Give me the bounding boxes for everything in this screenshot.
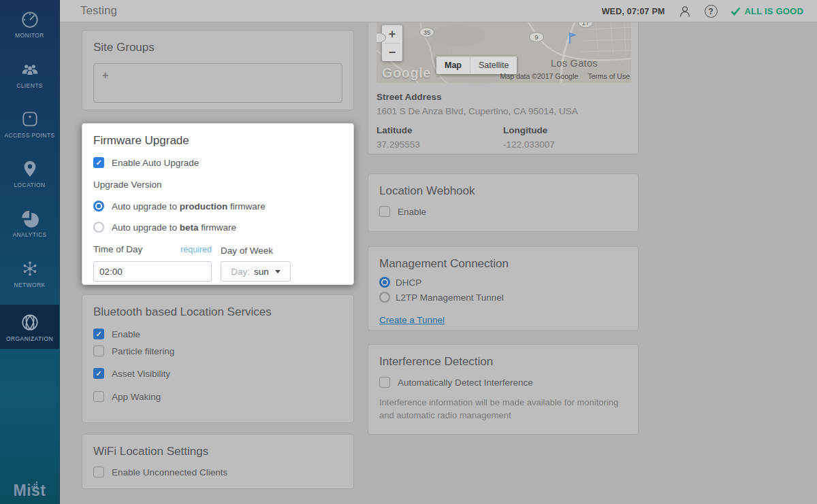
sidebar-item-network[interactable]: NETWORK (0, 258, 59, 288)
sidebar-item-organization[interactable]: ORGANIZATION (0, 305, 59, 349)
site-address-card: + − 35 9 17 Los Gatos Google Map Satelli… (368, 22, 639, 154)
interference-detection-card: Interference Detection Automatically Det… (368, 344, 639, 435)
user-account-icon[interactable] (678, 5, 692, 18)
webhook-enable-checkbox[interactable] (379, 206, 390, 217)
latlng-row: Latitude 37.295553 Longitude -122.033007 (377, 125, 630, 150)
sidebar-item-label: CLIENTS (16, 82, 43, 89)
site-groups-box[interactable]: + (93, 63, 342, 103)
sidebar-item-label: MONITOR (15, 32, 44, 39)
card-title: Bluetooth based Location Services (93, 305, 342, 319)
asset-visibility-row[interactable]: Asset Visibility (93, 368, 342, 379)
sidebar-item-label: ANALYTICS (12, 231, 46, 238)
sidebar-item-monitor[interactable]: MONITOR (0, 9, 59, 39)
topbar-right: WED, 07:07 PM ? ALL IS GOOD (602, 0, 803, 22)
ble-enable-row[interactable]: Enable (93, 329, 342, 339)
enable-auto-upgrade-checkbox[interactable] (93, 157, 104, 168)
monitor-icon (20, 9, 40, 29)
route-shield-9: 9 (529, 32, 544, 42)
route-shield-35: 35 (419, 27, 434, 37)
datetime-text: WED, 07:07 PM (602, 7, 665, 16)
help-icon[interactable]: ? (705, 5, 718, 18)
create-tunnel-link[interactable]: Create a Tunnel (379, 315, 445, 325)
zoom-out-button[interactable]: − (382, 44, 402, 61)
enable-auto-upgrade-row[interactable]: Enable Auto Upgrade (93, 157, 342, 168)
latitude-value: 37.295553 (377, 139, 503, 150)
upgrade-version-label: Upgrade Version (93, 180, 342, 190)
wifi-location-card: WiFi Location Settings Enable Unconnecte… (82, 434, 354, 489)
card-title: Site Groups (93, 41, 342, 54)
bluetooth-location-card: Bluetooth based Location Services Enable… (82, 295, 354, 423)
radio-label: L2TP Management Tunnel (396, 292, 504, 303)
help-question-glyph: ? (705, 5, 718, 18)
sidebar-item-label: ORGANIZATION (6, 335, 53, 342)
map-attribution: Map data ©2017 Google Terms of Use (500, 72, 630, 80)
interference-description: Interference information will be made av… (379, 397, 624, 422)
checkbox-label: Enable Auto Upgrade (112, 158, 199, 168)
particle-filtering-checkbox[interactable] (93, 346, 104, 356)
mist-logo: Mist (0, 482, 59, 500)
check-icon (731, 7, 741, 16)
detect-interference-row[interactable]: Automatically Detect Interference (379, 377, 627, 388)
app-waking-row[interactable]: App Waking (93, 391, 342, 402)
required-hint: required (180, 245, 212, 254)
checkbox-label: Enable (112, 329, 140, 339)
add-site-group-button[interactable]: + (102, 69, 108, 81)
day-select-prefix: Day: (231, 267, 250, 277)
chevron-down-icon (275, 270, 281, 273)
map-button[interactable]: Map (436, 56, 470, 74)
terms-of-use-link[interactable]: Terms of Use (588, 72, 630, 80)
day-of-week-select[interactable]: Day: sun (221, 261, 291, 282)
beta-firmware-radio-row[interactable]: Auto upgrade to beta firmware (93, 222, 342, 233)
card-title: Interference Detection (379, 355, 627, 369)
firmware-upgrade-card: Firmware Upgrade Enable Auto Upgrade Upg… (82, 123, 354, 285)
particle-filtering-row[interactable]: Particle filtering (93, 346, 342, 356)
ble-enable-checkbox[interactable] (93, 329, 104, 339)
street-address-label: Street Address (377, 92, 630, 102)
checkbox-label: Asset Visibility (112, 369, 170, 379)
location-pin-icon (20, 158, 40, 179)
card-title: WiFi Location Settings (93, 445, 342, 458)
l2tp-radio[interactable] (379, 292, 390, 303)
webhook-enable-row[interactable]: Enable (379, 206, 627, 217)
access-points-icon (20, 109, 40, 129)
page-title: Testing (80, 0, 117, 22)
unconnected-clients-row[interactable]: Enable Unconnected Clients (93, 467, 342, 477)
production-firmware-radio-row[interactable]: Auto upgrade to production firmware (93, 201, 342, 212)
map-marker-icon (568, 33, 576, 46)
dhcp-radio[interactable] (379, 277, 390, 288)
l2tp-radio-row[interactable]: L2TP Management Tunnel (379, 292, 627, 303)
sidebar-item-location[interactable]: LOCATION (0, 158, 59, 188)
app-waking-checkbox[interactable] (93, 391, 104, 402)
status-badge[interactable]: ALL IS GOOD (731, 6, 803, 16)
site-groups-card: Site Groups + (82, 30, 354, 110)
time-of-day-input[interactable] (93, 261, 212, 282)
beta-radio[interactable] (93, 222, 104, 233)
main-content: Site Groups + Firmware Upgrade Enable Au… (60, 22, 817, 504)
network-icon (20, 258, 40, 279)
status-text: ALL IS GOOD (745, 6, 803, 16)
time-day-labels-row: Time of Day required Day of Week (93, 244, 342, 256)
detect-interference-checkbox[interactable] (379, 377, 390, 388)
checkbox-label: Enable Unconnected Clients (112, 467, 227, 477)
clients-icon (20, 59, 40, 80)
production-radio[interactable] (93, 201, 104, 212)
sidebar-item-clients[interactable]: CLIENTS (0, 59, 59, 89)
sidebar-item-access-points[interactable]: ACCESS POINTS (0, 109, 59, 139)
card-title: Firmware Upgrade (93, 134, 342, 148)
radio-label: Auto upgrade to production firmware (112, 201, 266, 212)
google-map[interactable]: + − 35 9 17 Los Gatos Google Map Satelli… (377, 22, 631, 83)
latitude-label: Latitude (377, 125, 503, 135)
dhcp-radio-row[interactable]: DHCP (379, 277, 627, 288)
unconnected-clients-checkbox[interactable] (93, 467, 104, 477)
checkbox-label: Particle filtering (112, 346, 174, 356)
sidebar-item-analytics[interactable]: ANALYTICS (0, 208, 59, 238)
analytics-pie-icon (20, 208, 40, 229)
city-label: Los Gatos (551, 58, 598, 69)
mist-logo-dots-icon (29, 475, 38, 494)
sidebar-item-label: ACCESS POINTS (4, 132, 54, 139)
street-address-value: 1601 S De Anza Blvd, Cupertino, CA 95014… (377, 106, 630, 116)
map-zoom-control: + − (382, 25, 402, 61)
asset-visibility-checkbox[interactable] (93, 368, 104, 379)
checkbox-label: Enable (398, 207, 426, 217)
checkbox-label: Automatically Detect Interference (398, 377, 533, 388)
